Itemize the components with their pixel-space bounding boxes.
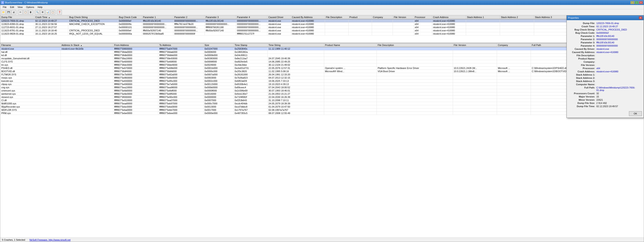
menu-file[interactable]: File	[1, 5, 8, 9]
col-header-timestamp[interactable]: Time Stamp	[234, 44, 268, 47]
col-header-company[interactable]: Company	[372, 16, 393, 19]
col-header-param4[interactable]: Parameter 4	[236, 16, 268, 19]
dialog-value-bug-check-code[interactable]: 0x000000ef	[596, 32, 642, 34]
stack-table-row[interactable]: clipsp.sysfffff807'5e690000fffff807'5e7a…	[0, 83, 644, 86]
close-button[interactable]: ✕	[639, 1, 643, 4]
stack-table-row[interactable]: PRM.sysfffff807'5ebe0000fffff807'5ebee00…	[0, 112, 644, 115]
dialog-value-processors-count: 32	[596, 92, 642, 95]
crashes-table-row[interactable]: 113023-8390-01.dmp30.11.2023 22:56:56MAC…	[0, 22, 644, 26]
stack-table-row[interactable]: tm.sysfffff807'58dc0000fffff807'58de9000…	[0, 63, 644, 66]
col-header-bug-check[interactable]: Bug Check String	[68, 16, 118, 19]
col-header-file-version[interactable]: File Version	[393, 16, 414, 19]
dialog-value-processor[interactable]: x64	[596, 67, 642, 70]
col-header-stack3[interactable]: Stack Address 3	[534, 16, 568, 19]
dialog-value-crash-addr[interactable]: ntoskrnl.exe+416980	[596, 70, 642, 73]
toolbar-help[interactable]: ❓	[57, 10, 62, 14]
crashes-cell: ntoskrnl.exe+416980	[291, 22, 325, 26]
menu-edit[interactable]: Edit	[8, 5, 16, 9]
crashes-table-row[interactable]: 111623-8781-01.dmp16.11.2023 18:18:40CRI…	[0, 29, 644, 32]
col-header-product[interactable]: Product	[348, 16, 372, 19]
dialog-value-crash-time[interactable]: 02.12.2023 19:49:27	[596, 25, 642, 28]
dialog-ok-button[interactable]: OK	[629, 111, 642, 116]
dialog-value-full-path[interactable]: C:\Windows\Minidump\120223-7656-01.dmp	[596, 86, 642, 92]
toolbar-save[interactable]: 💾	[6, 10, 11, 14]
menu-help[interactable]: Help	[36, 5, 44, 9]
col-header-timestr[interactable]: Time String	[268, 44, 324, 47]
col-header-processor[interactable]: Processor	[414, 16, 432, 19]
stack-table-row[interactable]: cng.sysfffff807'5ea10000fffff807'5ea9800…	[0, 86, 644, 89]
stack-cell: 0x28181000	[234, 73, 268, 76]
col-header-param2[interactable]: Parameter 2	[173, 16, 204, 19]
stack-cell: fffff807'5ea07000	[158, 99, 204, 102]
dialog-btn-row: OK	[567, 110, 644, 118]
dialog-value-dump-file[interactable]: 120223-7656-01.dmp	[596, 22, 642, 24]
crashes-cell: x64	[414, 29, 432, 32]
stack-cell	[453, 73, 497, 76]
dialog-value-param2[interactable]: 00000000'00000000	[596, 38, 642, 40]
stack-table-row[interactable]: CLFS.SYSfffff807'5e600000fffff807'5e66f0…	[0, 60, 644, 63]
dialog-value-caused-driver[interactable]: ntoskrnl.exe	[596, 48, 642, 50]
stack-table-row[interactable]: PSHED.dllfffff807'5e670000fffff807'5e68b…	[0, 66, 644, 70]
minimize-button[interactable]: ─	[630, 1, 634, 4]
crashes-table-row[interactable]: 120223-7656-01.dmp02.12.2023 19:49:27CRI…	[0, 19, 644, 22]
toolbar-print[interactable]: 🖨	[12, 10, 16, 14]
col-header-stack2[interactable]: Stack Address 2	[500, 16, 534, 19]
col-header-product-name[interactable]: Product Name	[324, 44, 376, 47]
col-header-bug-code[interactable]: Bug Check Code	[118, 16, 142, 19]
toolbar-settings[interactable]: ⚙	[40, 10, 45, 14]
stack-table-row[interactable]: WppRecorder.sysfffff807'5ebc0000fffff807…	[0, 105, 644, 108]
stack-table-row[interactable]: ntoskrnl.exentoskrnl.exe+9b1b5bfffff807'…	[0, 47, 644, 50]
col-header-addr-stack[interactable]: Address In Stack ▲	[60, 44, 113, 47]
crashes-table-row[interactable]: 112723-8031-01.dmp27.11.2023 18:27:570x0…	[0, 26, 644, 29]
col-header-file-description[interactable]: File Description	[377, 44, 453, 47]
toolbar-open[interactable]: 📁	[1, 10, 6, 14]
stack-table-row[interactable]: Wdf01000.sysfffff807'5ead0000fffff807'5e…	[0, 102, 644, 105]
col-header-caused-addr[interactable]: Caused By Address	[291, 16, 325, 19]
dialog-value-caused-addr[interactable]: ntoskrnl.exe+416980	[596, 51, 642, 54]
stack-table-row[interactable]: BOOTVID.dllfffff807'58df4000fffff807'58d…	[0, 70, 644, 73]
stack-table-row[interactable]: CI.dllfffff807'5e910000fffff807'5ea07000…	[0, 99, 644, 102]
toolbar-report[interactable]: 📋	[50, 10, 55, 14]
col-header-filename[interactable]: Filename	[0, 44, 61, 47]
dialog-close-button[interactable]: ✕	[639, 16, 642, 19]
stack-table-row[interactable]: FLTMGR.SYSfffff807'5e7b0000fffff807'5e82…	[0, 73, 644, 76]
crashes-table-row[interactable]: 111623-9828-01.dmp16.11.2023 18:16:25IRQ…	[0, 32, 644, 36]
menu-view[interactable]: View	[16, 5, 24, 9]
col-header-crash-time[interactable]: Crash Time ▲	[34, 16, 68, 19]
col-header-file-desc[interactable]: File Description	[325, 16, 348, 19]
col-header-company-stack[interactable]: Company	[497, 44, 531, 47]
menu-options[interactable]: Options	[24, 5, 36, 9]
stack-table-row[interactable]: werkernel.sysfffff807'5e8e0000fffff807'5…	[0, 92, 644, 96]
stack-table-row[interactable]: mcupdate_GenuineIntel.dllfffff807'58a100…	[0, 57, 644, 60]
maximize-button[interactable]: □	[635, 1, 639, 4]
stack-cell: 24.05.2079 18:39:39	[268, 102, 324, 105]
toolbar-copy[interactable]: 📋	[23, 10, 28, 14]
stack-table-row[interactable]: ntosext.sysfffff807'5f000000fffff807'5e9…	[0, 96, 644, 99]
stack-table-row[interactable]: WDFLDR.SYSfffff807'5eba0000fffff807'5ebb…	[0, 108, 644, 112]
toolbar-delete[interactable]: 🗑	[28, 10, 33, 14]
col-header-size[interactable]: Size	[204, 44, 234, 47]
dialog-value-param1[interactable]: fffb105'd3c30140	[596, 35, 642, 37]
dialog-value-param3[interactable]: fffb105'd3c30140	[596, 41, 642, 44]
col-header-to-addr[interactable]: To Address	[158, 44, 204, 47]
nirsoft-link[interactable]: NirSoft Freeware. http://www.nirsoft.net	[30, 238, 70, 241]
stack-table-row[interactable]: ksecdd.sysfffff807'5e830000fffff807'5e85…	[0, 80, 644, 83]
col-header-dump-file[interactable]: Dump File	[0, 16, 34, 19]
toolbar-chart[interactable]: 📊	[45, 10, 50, 14]
toolbar-search[interactable]: 🔍	[35, 10, 40, 14]
dialog-value-param4[interactable]: 00000000'00000000	[596, 44, 642, 47]
col-header-stack1[interactable]: Stack Address 1	[466, 16, 500, 19]
col-header-param1[interactable]: Parameter 1	[142, 16, 173, 19]
stack-cell: Wdf01000.sys	[0, 102, 61, 105]
col-header-crash-addr[interactable]: Crash Address	[432, 16, 466, 19]
col-header-from-addr[interactable]: From Address	[113, 44, 158, 47]
toolbar-cut[interactable]: ✂	[18, 10, 23, 14]
col-header-param3[interactable]: Parameter 3	[205, 16, 236, 19]
stack-table-row[interactable]: msrpc.sysfffff807'5e860000fffff807'5e8e0…	[0, 76, 644, 80]
stack-table-row[interactable]: hal.dllfffff807'58da0000fffff807'58dab00…	[0, 50, 644, 54]
dialog-value-bug-check-string[interactable]: CRITICAL_PROCESS_DIED	[596, 28, 642, 31]
col-header-caused-driver[interactable]: Caused Driver	[268, 16, 291, 19]
stack-table-row[interactable]: cmimcert.sysfffff807'5e8d0000fffff807'5e…	[0, 89, 644, 92]
col-header-file-version-stack[interactable]: File Version	[453, 44, 497, 47]
stack-table-row[interactable]: kd.dllfffff807'58db0000fffff807'58dbb000…	[0, 54, 644, 57]
